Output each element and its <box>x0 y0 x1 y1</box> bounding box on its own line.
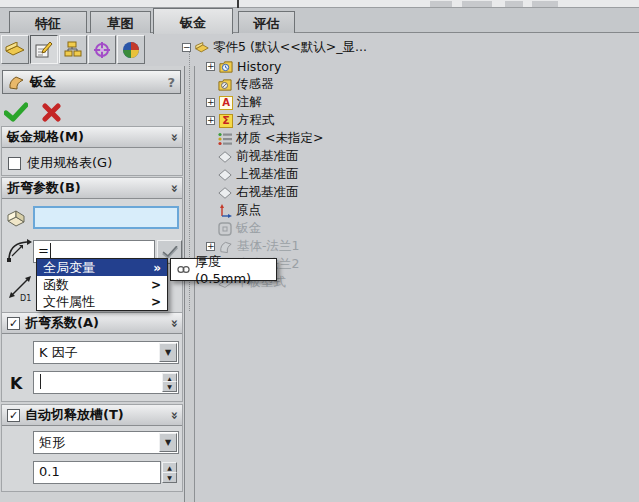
use-gauge-table-checkbox[interactable] <box>8 157 21 170</box>
panel-title: 钣金 <box>30 73 56 91</box>
relief-ratio-value: 0.1 <box>39 464 60 479</box>
combo-arrow-icon[interactable]: ▼ <box>159 433 177 452</box>
annotations-icon: A <box>219 96 233 110</box>
bend-radius-value: = <box>38 243 49 258</box>
bend-params-section-header[interactable]: 折弯参数(B) « <box>2 178 182 199</box>
tree-item-label: 原点 <box>236 202 261 219</box>
tree-item-annotations[interactable]: + A 注解 <box>206 94 262 111</box>
sheet-metal-part-icon <box>5 42 25 58</box>
history-folder-icon <box>219 60 233 74</box>
auto-relief-section-title: 自动切释放槽(T) <box>25 406 124 424</box>
menu-item-file-properties[interactable]: 文件属性 > <box>37 293 167 310</box>
k-factor-input[interactable]: ▲ ▼ <box>33 371 179 394</box>
bend-params-section-title: 折弯参数(B) <box>7 179 81 197</box>
tree-item-label: 右视基准面 <box>236 184 299 201</box>
expand-box-icon[interactable]: + <box>206 242 215 251</box>
tab-sheet-metal[interactable]: 钣金 <box>153 8 233 34</box>
gauge-group: 钣金规格(M) « 使用规格表(G) <box>1 126 183 176</box>
help-button[interactable]: ? <box>167 75 175 90</box>
ok-button[interactable] <box>4 102 28 122</box>
tree-item-label: 钣金 <box>236 220 261 237</box>
sensors-folder-icon <box>218 78 232 92</box>
gauge-section-title: 钣金规格(M) <box>7 128 84 146</box>
tab-evaluate[interactable]: 评估 <box>238 11 295 33</box>
bend-allowance-section-title: 折弯系数(A) <box>25 314 99 332</box>
tree-item-sheet-metal[interactable]: 钣金 <box>218 220 261 237</box>
sheet-metal-part-icon[interactable] <box>1 35 29 64</box>
tree-item-label: History <box>237 59 281 74</box>
spin-down-icon[interactable]: ▼ <box>162 472 177 483</box>
menu-item-global-variables[interactable]: 全局变量 » <box>37 259 167 276</box>
tree-item-label: 上视基准面 <box>236 166 299 183</box>
cancel-button[interactable] <box>42 103 61 122</box>
svg-text:D1: D1 <box>20 294 31 303</box>
thickness-menu-item[interactable]: 厚度 (0.5mm) <box>195 253 270 286</box>
tree-item-origin[interactable]: 原点 <box>218 202 261 219</box>
link-icon <box>177 265 190 274</box>
collapse-chevron-icon[interactable]: « <box>165 411 180 419</box>
expand-box-icon[interactable]: + <box>206 98 215 107</box>
collapse-chevron-icon[interactable]: « <box>165 133 180 141</box>
menu-item-label: 全局变量 <box>43 259 95 277</box>
panel-splitter[interactable] <box>186 66 195 502</box>
sheet-metal-feature-icon <box>218 222 232 236</box>
tree-item-right-plane[interactable]: 右视基准面 <box>218 184 299 201</box>
auto-relief-section-header[interactable]: ✓ 自动切释放槽(T) « <box>2 405 182 426</box>
submenu-arrow-icon: > <box>151 278 161 292</box>
accept-check-icon <box>162 246 178 259</box>
property-manager-icon[interactable] <box>30 35 58 64</box>
tree-item-equations[interactable]: + Σ 方程式 <box>206 112 275 129</box>
spin-down-icon[interactable]: ▼ <box>162 381 177 392</box>
gauge-section-header[interactable]: 钣金规格(M) « <box>2 127 182 148</box>
tab-sketch[interactable]: 草图 <box>90 11 151 33</box>
relief-ratio-input[interactable]: 0.1 ▲ ▼ <box>33 461 161 484</box>
auto-relief-group: ✓ 自动切释放槽(T) « 矩形 ▼ 0.1 ▲ ▼ <box>1 404 183 492</box>
auto-relief-checkbox[interactable]: ✓ <box>7 409 20 422</box>
menubar-fragment <box>430 1 452 7</box>
menu-item-functions[interactable]: 函数 > <box>37 276 167 293</box>
display-manager-icon[interactable] <box>117 35 145 64</box>
configuration-manager-icon[interactable] <box>88 35 116 64</box>
tree-root[interactable]: − 零件5 (默认<<默认>_显... <box>182 39 367 56</box>
part-icon <box>195 41 209 55</box>
plane-icon <box>218 186 232 200</box>
submenu-arrow-icon: > <box>151 295 161 309</box>
bend-radius-icon <box>6 238 32 264</box>
equations-icon: Σ <box>219 114 233 128</box>
collapse-chevron-icon[interactable]: « <box>165 184 180 192</box>
collapse-chevron-icon[interactable]: « <box>165 319 180 327</box>
relief-type-combo[interactable]: 矩形 ▼ <box>33 431 179 454</box>
bend-allowance-type-combo[interactable]: K 因子 ▼ <box>33 341 179 364</box>
tree-item-front-plane[interactable]: 前视基准面 <box>218 148 299 165</box>
expand-box-icon[interactable]: + <box>206 62 215 71</box>
bend-allowance-section-header[interactable]: ✓ 折弯系数(A) « <box>2 313 182 334</box>
tree-item-material[interactable]: 材质 <未指定> <box>218 130 323 147</box>
equation-source-menu: 全局变量 » 函数 > 文件属性 > <box>36 258 168 311</box>
tree-item-sensors[interactable]: 传感器 <box>218 76 274 93</box>
collapse-box-icon[interactable]: − <box>182 43 191 52</box>
tree-item-top-plane[interactable]: 上视基准面 <box>218 166 299 183</box>
property-manager-icon <box>35 41 53 59</box>
configuration-manager-icon <box>93 41 111 59</box>
menubar-divider <box>237 0 239 8</box>
fixed-face-icon <box>6 207 32 231</box>
text-cursor <box>40 374 41 389</box>
plane-icon <box>218 150 232 164</box>
combo-arrow-icon[interactable]: ▼ <box>159 343 177 362</box>
tree-item-label: 材质 <未指定> <box>236 130 323 147</box>
sheet-metal-icon <box>8 75 25 90</box>
material-icon <box>218 132 232 146</box>
menu-item-label: 文件属性 <box>43 293 95 311</box>
tree-root-label: 零件5 (默认<<默认>_显... <box>213 39 367 56</box>
design-tree-icon[interactable] <box>59 35 87 64</box>
fixed-face-input[interactable] <box>33 206 179 229</box>
solidworks-window: 特征 草图 钣金 评估 <box>0 0 639 502</box>
tab-features[interactable]: 特征 <box>9 11 87 33</box>
command-manager-tabbar: 特征 草图 钣金 评估 <box>0 8 639 33</box>
expand-box-icon[interactable]: + <box>206 116 215 125</box>
tree-item-history[interactable]: + History <box>206 58 281 75</box>
tree-item-label: 前视基准面 <box>236 148 299 165</box>
bend-allowance-checkbox[interactable]: ✓ <box>7 317 20 330</box>
panel-header: 钣金 ? <box>2 70 181 94</box>
plane-icon <box>218 168 232 182</box>
